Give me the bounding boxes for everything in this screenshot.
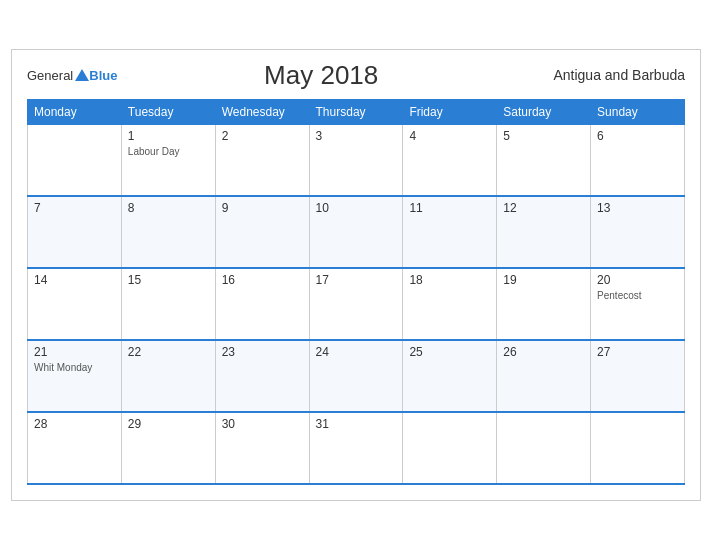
day-number: 20 bbox=[597, 273, 678, 287]
day-number: 1 bbox=[128, 129, 209, 143]
day-number: 27 bbox=[597, 345, 678, 359]
country-name: Antigua and Barbuda bbox=[525, 67, 685, 83]
weekday-header-row: MondayTuesdayWednesdayThursdayFridaySatu… bbox=[28, 99, 685, 124]
calendar-cell: 17 bbox=[309, 268, 403, 340]
weekday-header-sunday: Sunday bbox=[591, 99, 685, 124]
day-number: 30 bbox=[222, 417, 303, 431]
calendar-cell: 11 bbox=[403, 196, 497, 268]
day-number: 28 bbox=[34, 417, 115, 431]
calendar-cell: 27 bbox=[591, 340, 685, 412]
calendar-cell: 2 bbox=[215, 124, 309, 196]
calendar-cell: 9 bbox=[215, 196, 309, 268]
weekday-header-thursday: Thursday bbox=[309, 99, 403, 124]
calendar-cell: 5 bbox=[497, 124, 591, 196]
calendar-cell: 26 bbox=[497, 340, 591, 412]
calendar-cell: 16 bbox=[215, 268, 309, 340]
day-number: 31 bbox=[316, 417, 397, 431]
calendar-cell: 22 bbox=[121, 340, 215, 412]
calendar-table: MondayTuesdayWednesdayThursdayFridaySatu… bbox=[27, 99, 685, 486]
calendar-container: General Blue May 2018 Antigua and Barbud… bbox=[11, 49, 701, 502]
week-row-4: 21Whit Monday222324252627 bbox=[28, 340, 685, 412]
holiday-name: Whit Monday bbox=[34, 361, 115, 374]
day-number: 21 bbox=[34, 345, 115, 359]
day-number: 18 bbox=[409, 273, 490, 287]
calendar-cell: 14 bbox=[28, 268, 122, 340]
calendar-cell: 30 bbox=[215, 412, 309, 484]
calendar-cell: 29 bbox=[121, 412, 215, 484]
calendar-cell: 31 bbox=[309, 412, 403, 484]
calendar-cell: 23 bbox=[215, 340, 309, 412]
calendar-cell: 25 bbox=[403, 340, 497, 412]
calendar-cell: 1Labour Day bbox=[121, 124, 215, 196]
logo-triangle-icon bbox=[75, 69, 89, 81]
day-number: 10 bbox=[316, 201, 397, 215]
calendar-cell: 18 bbox=[403, 268, 497, 340]
weekday-header-saturday: Saturday bbox=[497, 99, 591, 124]
weekday-header-friday: Friday bbox=[403, 99, 497, 124]
day-number: 8 bbox=[128, 201, 209, 215]
calendar-cell: 21Whit Monday bbox=[28, 340, 122, 412]
day-number: 22 bbox=[128, 345, 209, 359]
holiday-name: Pentecost bbox=[597, 289, 678, 302]
day-number: 9 bbox=[222, 201, 303, 215]
day-number: 6 bbox=[597, 129, 678, 143]
week-row-2: 78910111213 bbox=[28, 196, 685, 268]
week-row-1: 1Labour Day23456 bbox=[28, 124, 685, 196]
day-number: 3 bbox=[316, 129, 397, 143]
calendar-cell: 7 bbox=[28, 196, 122, 268]
holiday-name: Labour Day bbox=[128, 145, 209, 158]
day-number: 13 bbox=[597, 201, 678, 215]
calendar-cell: 10 bbox=[309, 196, 403, 268]
day-number: 7 bbox=[34, 201, 115, 215]
day-number: 29 bbox=[128, 417, 209, 431]
day-number: 16 bbox=[222, 273, 303, 287]
calendar-cell bbox=[497, 412, 591, 484]
calendar-cell: 19 bbox=[497, 268, 591, 340]
calendar-cell: 24 bbox=[309, 340, 403, 412]
logo-blue-text: Blue bbox=[89, 69, 117, 82]
calendar-cell: 8 bbox=[121, 196, 215, 268]
logo: General Blue bbox=[27, 66, 117, 84]
weekday-header-wednesday: Wednesday bbox=[215, 99, 309, 124]
day-number: 25 bbox=[409, 345, 490, 359]
calendar-cell: 20Pentecost bbox=[591, 268, 685, 340]
day-number: 5 bbox=[503, 129, 584, 143]
week-row-3: 14151617181920Pentecost bbox=[28, 268, 685, 340]
day-number: 26 bbox=[503, 345, 584, 359]
logo-general-text: General bbox=[27, 69, 73, 82]
calendar-cell: 28 bbox=[28, 412, 122, 484]
day-number: 23 bbox=[222, 345, 303, 359]
calendar-cell bbox=[28, 124, 122, 196]
calendar-cell bbox=[591, 412, 685, 484]
day-number: 4 bbox=[409, 129, 490, 143]
day-number: 19 bbox=[503, 273, 584, 287]
calendar-cell: 6 bbox=[591, 124, 685, 196]
day-number: 14 bbox=[34, 273, 115, 287]
week-row-5: 28293031 bbox=[28, 412, 685, 484]
calendar-title: May 2018 bbox=[117, 60, 525, 91]
day-number: 11 bbox=[409, 201, 490, 215]
calendar-cell: 3 bbox=[309, 124, 403, 196]
calendar-cell bbox=[403, 412, 497, 484]
calendar-cell: 12 bbox=[497, 196, 591, 268]
day-number: 12 bbox=[503, 201, 584, 215]
day-number: 17 bbox=[316, 273, 397, 287]
calendar-cell: 4 bbox=[403, 124, 497, 196]
calendar-cell: 15 bbox=[121, 268, 215, 340]
weekday-header-monday: Monday bbox=[28, 99, 122, 124]
day-number: 24 bbox=[316, 345, 397, 359]
day-number: 2 bbox=[222, 129, 303, 143]
calendar-cell: 13 bbox=[591, 196, 685, 268]
day-number: 15 bbox=[128, 273, 209, 287]
calendar-header: General Blue May 2018 Antigua and Barbud… bbox=[27, 60, 685, 91]
weekday-header-tuesday: Tuesday bbox=[121, 99, 215, 124]
